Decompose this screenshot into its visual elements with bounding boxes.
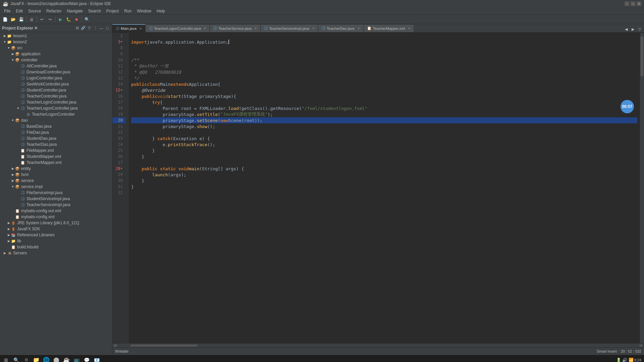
taskbar-eclipse[interactable]: ☕ bbox=[62, 356, 71, 362]
menu-file[interactable]: File bbox=[1, 7, 13, 14]
taskbar-chrome[interactable]: ⬤ bbox=[52, 356, 61, 362]
tab-close-tm[interactable]: ✕ bbox=[408, 26, 411, 30]
tab-close-main[interactable]: ✕ bbox=[139, 27, 142, 31]
menu-source[interactable]: Source bbox=[25, 7, 44, 14]
tree-item-src[interactable]: ▼ 📦 src bbox=[0, 45, 112, 51]
tab-main-java[interactable]: Ⓙ Main.java ✕ bbox=[112, 24, 146, 32]
tree-item-seeworkcontroller[interactable]: Ⓙ SeeWorkController.java bbox=[0, 81, 112, 87]
tree-item-application[interactable]: ▶ 📦 application bbox=[0, 51, 112, 57]
close-button[interactable]: ✕ bbox=[637, 1, 641, 6]
tree-arrow-application[interactable]: ▶ bbox=[11, 52, 15, 56]
menu-window[interactable]: Window bbox=[134, 7, 154, 14]
tree-item-reflibs[interactable]: ▶ 📚 Referenced Libraries bbox=[0, 232, 112, 238]
tree-arrow-controller[interactable]: ▼ bbox=[11, 58, 15, 62]
toolbar-new[interactable]: 📄 bbox=[1, 16, 9, 23]
tree-item-teacherlogoncontroller-inner[interactable]: ⊙ TeacherLogonController bbox=[0, 111, 112, 117]
line-num-3[interactable]: 3• bbox=[112, 39, 125, 45]
horizontal-scrollbar[interactable] bbox=[112, 343, 644, 347]
tree-item-studentdao[interactable]: Ⓙ StudentDao.java bbox=[0, 135, 112, 141]
toolbar-redo[interactable]: ↪ bbox=[46, 16, 54, 23]
tab-close-ts[interactable]: ✕ bbox=[254, 26, 257, 30]
sidebar-link[interactable]: 🔗 bbox=[80, 25, 86, 31]
tree-item-controller[interactable]: ▼ 📦 controller bbox=[0, 57, 112, 63]
tab-teacherservice[interactable]: Ⓙ TeacherService.java ✕ bbox=[210, 24, 261, 32]
toolbar-run[interactable]: ▶ bbox=[57, 16, 64, 23]
tree-item-serviceimpl[interactable]: ▼ 📦 service.Impl bbox=[0, 184, 112, 190]
toolbar-search[interactable]: 🔍 bbox=[83, 16, 91, 23]
title-bar-controls[interactable]: ─ □ ✕ bbox=[625, 1, 641, 6]
tree-item-fxml[interactable]: ▶ 📦 fxml bbox=[0, 172, 112, 178]
tree-arrow-reflibs[interactable]: ▶ bbox=[7, 233, 11, 237]
tab-close-tlc[interactable]: ✕ bbox=[204, 26, 206, 30]
tree-arrow-teacherlogoncontroller[interactable]: ▼ bbox=[16, 107, 20, 110]
menu-edit[interactable]: Edit bbox=[13, 7, 25, 14]
tree-arrow-dao[interactable]: ▼ bbox=[11, 119, 15, 122]
tree-arrow-lesson1[interactable]: ▶ bbox=[3, 34, 7, 38]
menu-search[interactable]: Search bbox=[86, 7, 104, 14]
tree-item-entity[interactable]: ▶ 📦 entity bbox=[0, 166, 112, 172]
tab-close-tsi[interactable]: ✕ bbox=[312, 26, 315, 30]
sidebar-minimize[interactable]: — bbox=[99, 25, 104, 31]
toolbar-stop[interactable]: ■ bbox=[73, 16, 80, 23]
tree-arrow-lib[interactable]: ▶ bbox=[7, 239, 11, 243]
tree-item-fileserviceimpl[interactable]: Ⓙ FileServiceImpl.java bbox=[0, 190, 112, 196]
taskbar-app2[interactable]: 💬 bbox=[82, 356, 91, 362]
sidebar-maximize[interactable]: □ bbox=[105, 25, 110, 31]
toolbar-undo[interactable]: ↩ bbox=[38, 16, 46, 23]
tree-item-jre[interactable]: ▶ 🏺 JRE System Library [jdk1.8.0_121] bbox=[0, 220, 112, 226]
start-button[interactable]: ⊞ bbox=[1, 356, 11, 362]
tree-item-downloadcontroller[interactable]: Ⓙ DownloadController.java bbox=[0, 69, 112, 75]
search-button[interactable]: 🔍 bbox=[11, 356, 21, 362]
tree-item-teachermapper[interactable]: 📋 TeacherMapper.xml bbox=[0, 160, 112, 166]
h-scroll-track[interactable] bbox=[117, 344, 639, 347]
h-scroll-thumb[interactable] bbox=[130, 345, 198, 347]
tree-item-mybatis[interactable]: 📋 mybatis-config.xml bbox=[0, 214, 112, 220]
tree-arrow-javafxsdk[interactable]: ▶ bbox=[7, 227, 11, 231]
tree-item-lesson1[interactable]: ▶ 📁 lesson1 bbox=[0, 33, 112, 39]
tree-item-service[interactable]: ▶ 📦 service bbox=[0, 178, 112, 184]
tree-arrow-jre[interactable]: ▶ bbox=[7, 221, 11, 225]
tree-item-basedao[interactable]: Ⓙ BaseDao.java bbox=[0, 123, 112, 129]
tree-item-lib[interactable]: ▶ 📁 lib bbox=[0, 238, 112, 244]
tree-item-logincontroller[interactable]: Ⓙ LoginController.java bbox=[0, 75, 112, 81]
tree-arrow-fxml[interactable]: ▶ bbox=[11, 173, 15, 176]
sidebar-filter[interactable]: ▽ bbox=[87, 25, 92, 31]
tree-item-lesson2[interactable]: ▼ 📁 lesson2 bbox=[0, 39, 112, 45]
toolbar-open[interactable]: 📂 bbox=[9, 16, 17, 23]
menu-project[interactable]: Project bbox=[104, 7, 121, 14]
menu-refactor[interactable]: Refactor bbox=[44, 7, 64, 14]
tab-close-td[interactable]: ✕ bbox=[357, 26, 360, 30]
h-scroll-left[interactable] bbox=[114, 344, 117, 347]
sidebar-menu[interactable]: ⋮ bbox=[93, 25, 98, 31]
tab-teacherdao[interactable]: Ⓙ TeacherDao.java ✕ bbox=[318, 24, 364, 32]
tab-teacherserviceimpl[interactable]: Ⓙ TeacherServiceImpl.java ✕ bbox=[261, 24, 318, 32]
tree-item-filedao[interactable]: Ⓙ FileDao.java bbox=[0, 129, 112, 135]
code-content[interactable]: import javafx.application.Application; /… bbox=[128, 33, 640, 343]
tree-item-mybatisout[interactable]: 📋 mybatis-config.out.xml bbox=[0, 208, 112, 214]
tree-item-teacherserviceimpl[interactable]: Ⓙ TeacherServiceImpl.java bbox=[0, 202, 112, 208]
menu-navigate[interactable]: Navigate bbox=[64, 7, 85, 14]
minimize-button[interactable]: ─ bbox=[625, 1, 629, 6]
taskbar-file-explorer[interactable]: 📁 bbox=[32, 356, 41, 362]
h-scroll-right[interactable] bbox=[639, 344, 643, 347]
tree-item-teacherlogoncontroller[interactable]: ▼ Ⓙ TeacherLogonController.java bbox=[0, 105, 112, 111]
toolbar-save[interactable]: 💾 bbox=[17, 16, 25, 23]
tree-item-teachercontroller[interactable]: Ⓙ TeacherController.java bbox=[0, 93, 112, 99]
tree-item-javafxsdk[interactable]: ▶ 🏺 JavaFX SDK bbox=[0, 226, 112, 232]
tree-item-dao[interactable]: ▼ 📦 dao bbox=[0, 117, 112, 123]
toolbar-print[interactable]: 🖨 bbox=[28, 16, 35, 23]
line-num-15[interactable]: 15• bbox=[112, 87, 125, 93]
tree-item-teacherdao[interactable]: Ⓙ TeacherDao.java bbox=[0, 141, 112, 147]
tab-teachermapper[interactable]: 📋 TeacherMapper.xml ✕ bbox=[364, 24, 414, 32]
tree-item-studentmapper[interactable]: 📋 StudentMapper.xml bbox=[0, 154, 112, 160]
tree-item-allcontroller[interactable]: Ⓙ AllController.java bbox=[0, 63, 112, 69]
menu-run[interactable]: Run bbox=[121, 7, 134, 14]
tree-arrow-servers[interactable]: ▶ bbox=[3, 251, 7, 255]
tree-arrow-lesson2[interactable]: ▼ bbox=[3, 40, 7, 44]
sidebar-collapse[interactable]: ⊟ bbox=[74, 25, 80, 31]
tab-teacherlogoncontroller[interactable]: Ⓙ TeacherLogonController.java ✕ bbox=[146, 24, 210, 32]
tree-arrow-entity[interactable]: ▶ bbox=[11, 167, 15, 170]
taskbar-edge[interactable]: 🌐 bbox=[42, 356, 51, 362]
scroll-thumb[interactable] bbox=[641, 36, 643, 76]
tree-arrow-serviceimpl[interactable]: ▼ bbox=[11, 185, 15, 188]
